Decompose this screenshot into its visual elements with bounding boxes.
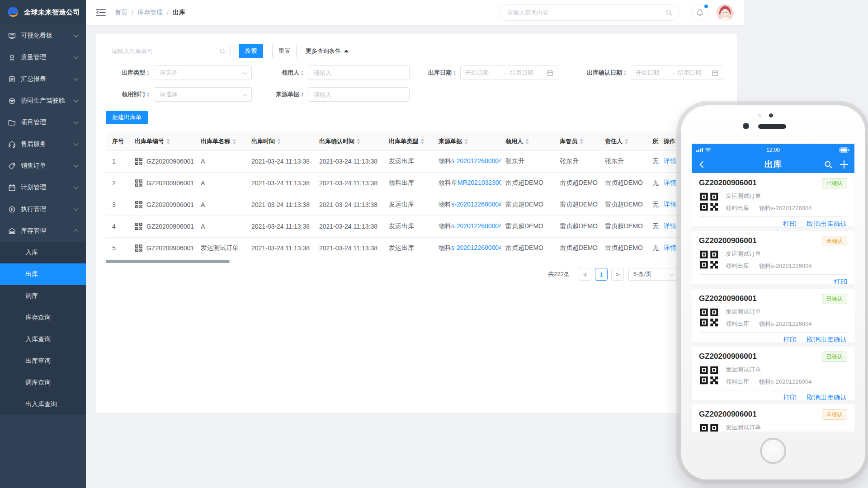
sidebar-subitem-出库[interactable]: 出库 [0, 263, 86, 285]
breadcrumb-inventory[interactable]: 库存管理 [137, 9, 163, 17]
cancel-confirm-action[interactable]: 取消出库确认 [807, 220, 847, 226]
sidebar-subitem-入库查询[interactable]: 入库查询 [0, 328, 86, 350]
sort-icon[interactable] [277, 139, 281, 144]
confirm-date-range[interactable]: 开始日期→ 结束日期 [631, 66, 723, 80]
topbar: 首页 / 库存管理 / 出库 [86, 0, 744, 25]
sidebar-subitem-出库查询[interactable]: 出库查询 [0, 350, 86, 372]
column-header-出库单名称[interactable]: 出库单名称 [196, 132, 247, 150]
order-code: GZ20200906001 [146, 179, 194, 187]
aftersales-icon [8, 141, 16, 148]
source-doc-input[interactable] [308, 87, 410, 102]
source-link[interactable]: s-20201226000040 [451, 244, 501, 251]
print-action[interactable]: 打印 [834, 278, 847, 284]
notifications-button[interactable] [691, 4, 708, 21]
source-prefix: 物料 [439, 157, 451, 164]
global-search-input[interactable] [499, 5, 679, 20]
phone-search-icon[interactable] [824, 160, 833, 169]
outbound-date-range[interactable]: 开始日期→ 结束日期 [460, 66, 558, 80]
card-order-code: GZ20200906001 [699, 410, 757, 419]
sort-icon[interactable] [464, 139, 468, 144]
cancel-confirm-action[interactable]: 取消出库确认 [807, 394, 847, 400]
column-header-出库时间[interactable]: 出库时间 [247, 132, 315, 150]
sort-icon[interactable] [232, 139, 236, 144]
back-icon[interactable] [698, 160, 706, 169]
detail-link[interactable]: 详情 [664, 222, 676, 230]
sidebar-subitem-调库查询[interactable]: 调库查询 [0, 372, 86, 394]
sidebar-item-9[interactable]: 执行管理 [0, 198, 86, 220]
detail-link[interactable]: 详情 [664, 244, 676, 251]
detail-link[interactable]: 详情 [664, 201, 676, 208]
sort-icon[interactable] [580, 139, 583, 144]
cell-recipient: 雷贞超DEMO [501, 172, 555, 194]
print-action[interactable]: 打印 [783, 394, 797, 400]
qr-code-icon [135, 179, 143, 187]
phone-home-button[interactable] [760, 438, 786, 464]
sidebar-subitem-入库[interactable]: 入库 [0, 242, 86, 263]
cancel-confirm-action[interactable]: 取消出库确认 [807, 336, 847, 342]
column-label: 库管员 [560, 138, 577, 145]
hamburger-icon[interactable] [96, 9, 106, 17]
sidebar-subitem-出入库查询[interactable]: 出入库查询 [0, 394, 86, 415]
order-number-input[interactable] [106, 44, 230, 58]
sidebar-subitem-调库[interactable]: 调库 [0, 285, 86, 307]
column-header-出库单类型[interactable]: 出库单类型 [384, 132, 434, 150]
sidebar-item-label: 项目管理 [21, 118, 74, 127]
phone-add-icon[interactable] [840, 160, 849, 169]
sidebar-item-7[interactable]: 销售订单 [0, 155, 86, 177]
sort-icon[interactable] [166, 139, 170, 144]
source-link[interactable]: s-20201226000040 [451, 201, 501, 208]
table-horizontal-scrollbar[interactable] [106, 260, 230, 263]
column-header-出库确认时间[interactable]: 出库确认时间 [315, 132, 384, 150]
source-link[interactable]: s-20201226000040 [451, 157, 501, 164]
print-action[interactable]: 打印 [783, 336, 797, 342]
reset-button[interactable]: 重置 [272, 44, 297, 58]
column-header-库管员[interactable]: 库管员 [555, 132, 600, 150]
department-select[interactable]: 请选择 [154, 87, 252, 102]
column-header-领用人[interactable]: 领用人 [501, 132, 555, 150]
sidebar-item-4[interactable]: 协同生产驾驶舱 [0, 90, 86, 112]
cell-out-time: 2021-03-24 11:13:38 [247, 194, 315, 216]
sidebar-item-label: 销售订单 [21, 162, 74, 170]
cell-confirm-time: 2021-03-24 11:13:38 [315, 216, 384, 237]
breadcrumb: 首页 / 库存管理 / 出库 [115, 9, 185, 17]
sidebar-item-1[interactable]: 可视化看板 [0, 25, 86, 47]
column-header-出库单编号[interactable]: 出库单编号 [130, 132, 196, 150]
source-link[interactable]: MR202103230002 [458, 179, 501, 186]
sort-icon[interactable] [525, 139, 529, 144]
phone-earpiece [758, 124, 786, 129]
sort-icon[interactable] [625, 139, 628, 144]
cell-dept: 无 [648, 237, 659, 259]
sort-icon[interactable] [357, 139, 360, 144]
column-header-来源单据[interactable]: 来源单据 [434, 132, 501, 150]
page-size-select[interactable]: 5 条/页 [628, 268, 678, 281]
sidebar-item-8[interactable]: 计划管理 [0, 177, 86, 198]
chevron-down-icon [243, 92, 248, 97]
sidebar-item-6[interactable]: 售后服务 [0, 133, 86, 155]
detail-link[interactable]: 详情 [664, 157, 676, 164]
search-icon[interactable] [665, 9, 673, 16]
sidebar-item-5[interactable]: 项目管理 [0, 112, 86, 133]
recipient-input[interactable] [308, 66, 410, 80]
outbound-type-select[interactable]: 请选择 [154, 66, 252, 80]
next-page-button[interactable]: > [611, 268, 624, 281]
source-link[interactable]: s-20201226000040 [451, 222, 501, 230]
sidebar-item-10[interactable]: 库存管理 [0, 220, 86, 242]
detail-link[interactable]: 详情 [664, 179, 676, 186]
chevron-down-icon [73, 206, 78, 211]
sort-icon[interactable] [420, 139, 424, 144]
sidebar-subitem-库存查询[interactable]: 库存查询 [0, 307, 86, 328]
search-button[interactable]: 搜索 [239, 44, 263, 58]
prev-page-button[interactable]: < [579, 268, 591, 281]
create-outbound-button[interactable]: 新建出库单 [106, 111, 148, 124]
breadcrumb-home[interactable]: 首页 [115, 9, 127, 17]
cell-source: 物料s-20201226000040 [434, 150, 501, 172]
current-page-button[interactable]: 1 [595, 268, 608, 281]
print-action[interactable]: 打印 [783, 220, 797, 226]
column-header-责任人[interactable]: 责任人 [600, 132, 648, 150]
sidebar-item-2[interactable]: 质量管理 [0, 47, 86, 68]
app-logo[interactable]: 全球未来智造公司 [0, 0, 86, 25]
order-code: GZ20200906001 [146, 201, 194, 208]
more-filters-toggle[interactable]: 更多查询条件 [306, 47, 349, 55]
user-avatar[interactable] [717, 4, 734, 21]
sidebar-item-3[interactable]: 汇总报表 [0, 68, 86, 90]
